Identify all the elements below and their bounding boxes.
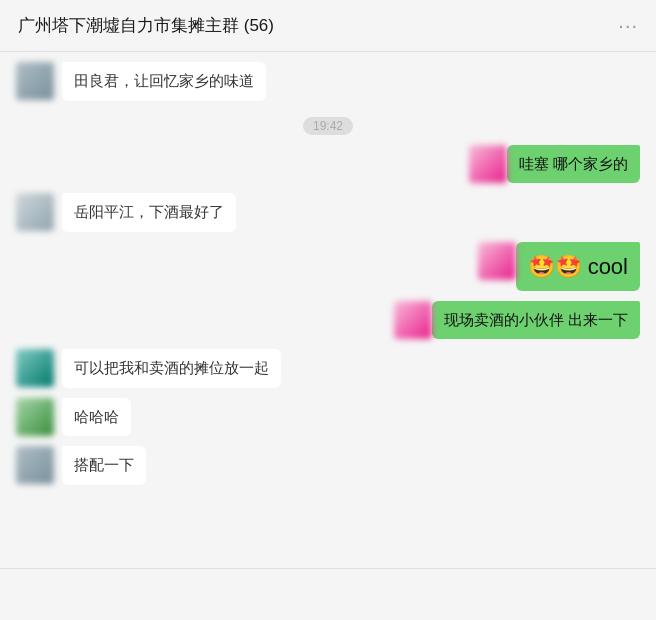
message-bubble: 田良君，让回忆家乡的味道 — [62, 62, 266, 101]
bottom-toolbar — [0, 568, 656, 620]
message-bubble: 搭配一下 — [62, 446, 146, 485]
chat-container: 广州塔下潮墟自力市集摊主群 (56) ··· 田良君，让回忆家乡的味道 19:4… — [0, 0, 656, 620]
more-button[interactable]: ··· — [618, 14, 638, 37]
message-bubble: 哈哈哈 — [62, 398, 131, 437]
bubble-wrap: 田良君，让回忆家乡的味道 — [62, 62, 266, 101]
bubble-wrap: 可以把我和卖酒的摊位放一起 — [62, 349, 281, 388]
message-row: 田良君，让回忆家乡的味道 — [16, 62, 640, 101]
message-bubble: 岳阳平江，下酒最好了 — [62, 193, 236, 232]
message-bubble: 可以把我和卖酒的摊位放一起 — [62, 349, 281, 388]
bubble-wrap: 哈哈哈 — [62, 398, 131, 437]
avatar — [469, 145, 507, 183]
message-text: 田良君，让回忆家乡的味道 — [74, 72, 254, 89]
bubble-wrap: 🤩🤩 cool — [516, 242, 640, 291]
avatar — [394, 301, 432, 339]
message-bubble: 🤩🤩 cool — [516, 242, 640, 291]
bubble-wrap: 岳阳平江，下酒最好了 — [62, 193, 236, 232]
avatar — [16, 446, 54, 484]
message-text: 现场卖酒的小伙伴 出来一下 — [444, 311, 628, 328]
avatar — [16, 193, 54, 231]
bubble-wrap: 搭配一下 — [62, 446, 146, 485]
message-bubble: 哇塞 哪个家乡的 — [507, 145, 640, 184]
message-row: 🤩🤩 cool — [16, 242, 640, 291]
messages-area: 田良君，让回忆家乡的味道 19:42 哇塞 哪个家乡的 岳阳平江，下酒最好了 — [0, 52, 656, 568]
message-bubble: 现场卖酒的小伙伴 出来一下 — [432, 301, 640, 340]
bubble-wrap: 现场卖酒的小伙伴 出来一下 — [432, 301, 640, 340]
avatar — [16, 62, 54, 100]
avatar — [16, 349, 54, 387]
message-text: 可以把我和卖酒的摊位放一起 — [74, 359, 269, 376]
message-row: 哇塞 哪个家乡的 — [16, 145, 640, 184]
chat-header: 广州塔下潮墟自力市集摊主群 (56) ··· — [0, 0, 656, 52]
timestamp: 19:42 — [303, 117, 353, 135]
message-row: 哈哈哈 — [16, 398, 640, 437]
message-text: 哇塞 哪个家乡的 — [519, 155, 628, 172]
chat-title: 广州塔下潮墟自力市集摊主群 (56) — [18, 14, 274, 37]
avatar — [478, 242, 516, 280]
message-text: 搭配一下 — [74, 456, 134, 473]
message-text: 🤩🤩 cool — [528, 254, 628, 279]
avatar — [16, 398, 54, 436]
message-row: 现场卖酒的小伙伴 出来一下 — [16, 301, 640, 340]
message-row: 岳阳平江，下酒最好了 — [16, 193, 640, 232]
message-row: 可以把我和卖酒的摊位放一起 — [16, 349, 640, 388]
message-row: 搭配一下 — [16, 446, 640, 485]
bubble-wrap: 哇塞 哪个家乡的 — [507, 145, 640, 184]
message-text: 哈哈哈 — [74, 408, 119, 425]
message-text: 岳阳平江，下酒最好了 — [74, 203, 224, 220]
